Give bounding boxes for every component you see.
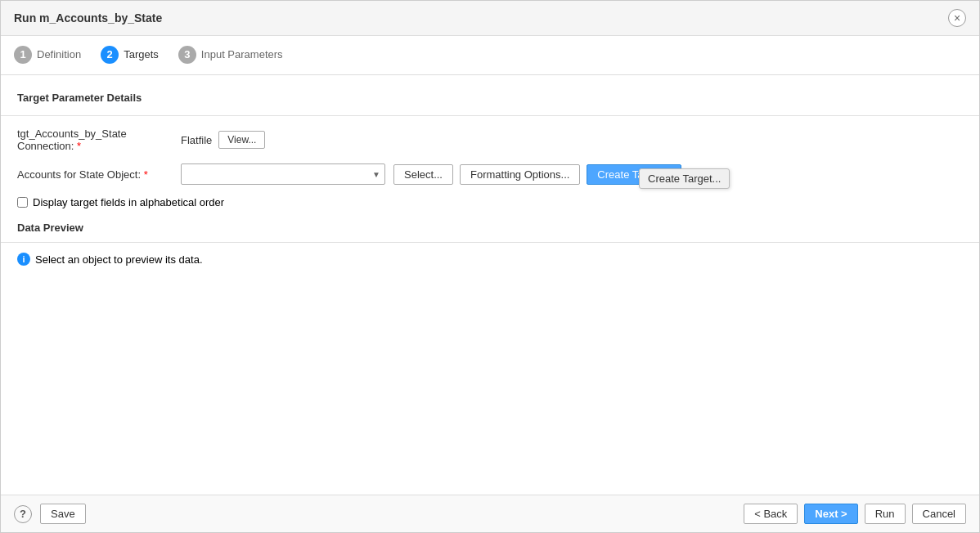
footer-left: ? Save: [14, 504, 86, 524]
footer: ? Save < Back Next > Run Cancel: [1, 495, 979, 532]
object-select-wrapper: ▼: [181, 163, 385, 185]
select-button[interactable]: Select...: [393, 164, 453, 185]
checkbox-row: Display target fields in alphabetical or…: [17, 196, 963, 208]
formatting-options-button[interactable]: Formatting Options...: [460, 164, 580, 185]
alphabetical-checkbox[interactable]: [17, 197, 28, 208]
help-icon[interactable]: ?: [14, 505, 32, 523]
object-label: Accounts for State Object: *: [17, 168, 181, 181]
create-target-tooltip: Create Target...: [639, 168, 730, 189]
dialog-window: Run m_Accounts_by_State × 1 Definition 2…: [0, 0, 980, 533]
main-content: Target Parameter Details tgt_Accounts_by…: [1, 75, 979, 495]
tab-bar: 1 Definition 2 Targets 3 Input Parameter…: [1, 36, 979, 75]
view-button[interactable]: View...: [218, 131, 265, 149]
connection-value: Flatfile: [181, 134, 212, 146]
object-button-group: Select... Formatting Options... Create T…: [393, 164, 681, 185]
tab-circle-input: 3: [178, 46, 196, 64]
object-select[interactable]: [181, 163, 385, 185]
run-button[interactable]: Run: [865, 504, 906, 524]
info-text: Select an object to preview its data.: [35, 253, 203, 266]
tab-label-targets: Targets: [124, 48, 159, 60]
connection-row: tgt_Accounts_by_State Connection: * Flat…: [17, 128, 963, 152]
tab-input-parameters[interactable]: 3 Input Parameters: [178, 36, 283, 75]
info-row: i Select an object to preview its data.: [17, 253, 963, 266]
back-button[interactable]: < Back: [744, 504, 798, 524]
next-button[interactable]: Next >: [804, 504, 857, 524]
save-button[interactable]: Save: [40, 504, 86, 524]
data-preview-title: Data Preview: [17, 222, 963, 234]
tab-label-input: Input Parameters: [201, 48, 283, 60]
connection-label: tgt_Accounts_by_State Connection: *: [17, 128, 181, 152]
close-button[interactable]: ×: [948, 9, 966, 27]
tab-targets[interactable]: 2 Targets: [101, 36, 159, 75]
footer-right: < Back Next > Run Cancel: [744, 504, 966, 524]
title-bar: Run m_Accounts_by_State ×: [1, 1, 979, 36]
tab-circle-targets: 2: [101, 46, 119, 64]
cancel-button[interactable]: Cancel: [912, 504, 966, 524]
window-title: Run m_Accounts_by_State: [14, 11, 162, 25]
info-icon: i: [17, 253, 30, 266]
section-title: Target Parameter Details: [17, 92, 963, 104]
tab-circle-definition: 1: [14, 46, 32, 64]
data-preview-section: Data Preview i Select an object to previ…: [17, 222, 963, 266]
tab-label-definition: Definition: [37, 48, 81, 60]
object-row: Accounts for State Object: * ▼ Select...…: [17, 163, 963, 185]
tab-definition[interactable]: 1 Definition: [14, 36, 81, 75]
checkbox-label: Display target fields in alphabetical or…: [33, 196, 224, 208]
